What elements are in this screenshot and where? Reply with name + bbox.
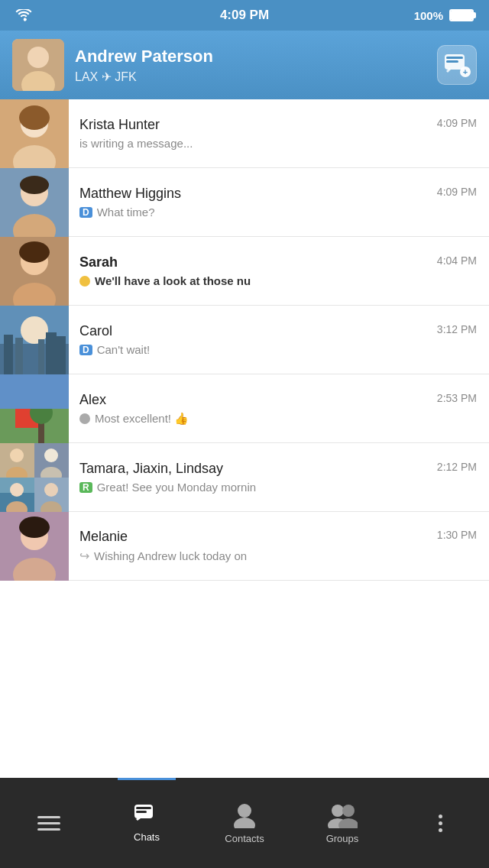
chat-name-carol: Carol bbox=[79, 323, 112, 339]
header: Andrew Paterson LAX ✈ JFK + bbox=[0, 31, 489, 99]
svg-point-55 bbox=[238, 804, 251, 818]
compose-button[interactable]: + bbox=[437, 45, 477, 85]
svg-point-11 bbox=[19, 105, 50, 130]
msg-status-r: R bbox=[79, 482, 92, 493]
chat-preview-text-alex: Most excellent! 👍 bbox=[95, 412, 189, 426]
chat-name-matthew: Matthew Higgins bbox=[79, 186, 181, 202]
svg-point-1 bbox=[28, 47, 49, 68]
chat-preview-group: R Great! See you Monday mornin bbox=[79, 481, 477, 494]
chat-item[interactable]: Tamara, Jiaxin, Lindsay 2:12 PM R Great!… bbox=[0, 443, 489, 512]
chat-time-melanie: 1:30 PM bbox=[437, 529, 477, 541]
nav-label-groups: Groups bbox=[326, 833, 359, 844]
chat-top: Alex 2:53 PM bbox=[79, 392, 477, 408]
chat-name-group: Tamara, Jiaxin, Lindsay bbox=[79, 461, 223, 477]
chat-content-group: Tamara, Jiaxin, Lindsay 2:12 PM R Great!… bbox=[69, 452, 489, 503]
chat-top: Carol 3:12 PM bbox=[79, 323, 477, 339]
avatar-matthew bbox=[0, 168, 69, 237]
svg-rect-25 bbox=[46, 332, 57, 374]
wifi-icon bbox=[15, 9, 32, 21]
chat-item[interactable]: Melanie 1:30 PM ↪ Wishing Andrew luck to… bbox=[0, 512, 489, 581]
nav-item-chats[interactable]: Chats bbox=[98, 778, 196, 868]
chat-item[interactable]: Krista Hunter 4:09 PM is writing a messa… bbox=[0, 99, 489, 168]
nav-item-contacts[interactable]: Contacts bbox=[196, 778, 293, 868]
chat-top: Tamara, Jiaxin, Lindsay 2:12 PM bbox=[79, 461, 477, 477]
header-status: LAX ✈ JFK bbox=[75, 70, 426, 84]
msg-status-forward: ↪ bbox=[79, 549, 89, 563]
chat-preview-matthew: D What time? bbox=[79, 206, 477, 219]
header-username: Andrew Paterson bbox=[75, 47, 426, 66]
avatar-krista bbox=[0, 99, 69, 168]
svg-text:+: + bbox=[463, 67, 468, 76]
hamburger-icon bbox=[34, 813, 63, 834]
bottom-nav: Chats Contacts Groups bbox=[0, 778, 489, 868]
chat-preview-text-carol: Can't wait! bbox=[97, 343, 151, 356]
chat-name-krista: Krista Hunter bbox=[79, 117, 160, 133]
chat-time-krista: 4:09 PM bbox=[437, 117, 477, 129]
chat-preview-text-group: Great! See you Monday mornin bbox=[97, 481, 256, 494]
chat-item[interactable]: Matthew Higgins 4:09 PM D What time? bbox=[0, 168, 489, 237]
chat-preview-sarah: We'll have a look at those nu bbox=[79, 274, 477, 287]
svg-point-39 bbox=[44, 449, 58, 462]
chat-time-matthew: 4:09 PM bbox=[437, 186, 477, 198]
chat-content-melanie: Melanie 1:30 PM ↪ Wishing Andrew luck to… bbox=[69, 520, 489, 572]
chat-content-krista: Krista Hunter 4:09 PM is writing a messa… bbox=[69, 108, 489, 159]
svg-point-59 bbox=[342, 805, 355, 817]
nav-item-groups[interactable]: Groups bbox=[293, 778, 391, 868]
status-bar-right: 100% bbox=[414, 9, 474, 22]
msg-status-d: D bbox=[79, 207, 92, 218]
chat-preview-text-krista: is writing a message... bbox=[79, 137, 193, 150]
bbm-chats-icon bbox=[134, 804, 160, 827]
chat-list: Krista Hunter 4:09 PM is writing a messa… bbox=[0, 99, 489, 778]
battery-percentage: 100% bbox=[414, 9, 443, 22]
svg-point-51 bbox=[19, 517, 50, 538]
svg-point-43 bbox=[10, 483, 24, 497]
chat-top: Matthew Higgins 4:09 PM bbox=[79, 186, 477, 202]
chat-preview-melanie: ↪ Wishing Andrew luck today on bbox=[79, 549, 477, 563]
svg-rect-5 bbox=[446, 60, 458, 63]
chat-name-melanie: Melanie bbox=[79, 529, 128, 545]
chat-preview-text-melanie: Wishing Andrew luck today on bbox=[94, 549, 247, 562]
chat-top: Melanie 1:30 PM bbox=[79, 529, 477, 545]
more-dots-icon bbox=[439, 815, 442, 832]
svg-rect-24 bbox=[15, 338, 23, 374]
avatar-alex bbox=[0, 374, 69, 443]
header-avatar bbox=[12, 39, 64, 91]
svg-rect-23 bbox=[4, 335, 13, 374]
chat-content-carol: Carol 3:12 PM D Can't wait! bbox=[69, 314, 489, 365]
svg-point-19 bbox=[19, 241, 50, 263]
status-bar-time: 4:09 PM bbox=[220, 8, 269, 23]
contacts-icon bbox=[233, 802, 256, 828]
avatar-carol bbox=[0, 306, 69, 374]
status-dot-gray bbox=[79, 413, 90, 424]
chat-content-sarah: Sarah 4:04 PM We'll have a look at those… bbox=[69, 245, 489, 296]
chat-top: Sarah 4:04 PM bbox=[79, 254, 477, 270]
chat-item[interactable]: Sarah 4:04 PM We'll have a look at those… bbox=[0, 237, 489, 306]
svg-rect-54 bbox=[136, 811, 147, 813]
chat-content-matthew: Matthew Higgins 4:09 PM D What time? bbox=[69, 177, 489, 228]
chat-top: Krista Hunter 4:09 PM bbox=[79, 117, 477, 133]
chat-item[interactable]: Carol 3:12 PM D Can't wait! bbox=[0, 306, 489, 374]
chat-time-group: 2:12 PM bbox=[437, 461, 477, 473]
chat-preview-krista: is writing a message... bbox=[79, 137, 477, 150]
chat-preview-carol: D Can't wait! bbox=[79, 343, 477, 356]
chat-preview-text-sarah: We'll have a look at those nu bbox=[95, 274, 251, 287]
chat-preview-text-matthew: What time? bbox=[97, 206, 155, 219]
avatar-melanie bbox=[0, 512, 69, 581]
chat-name-sarah: Sarah bbox=[79, 254, 118, 270]
groups-icon bbox=[327, 802, 358, 828]
nav-item-more[interactable] bbox=[391, 778, 489, 868]
svg-rect-27 bbox=[57, 336, 66, 374]
avatar-sarah bbox=[0, 237, 69, 306]
svg-point-56 bbox=[234, 818, 255, 828]
chat-time-carol: 3:12 PM bbox=[437, 323, 477, 335]
chat-time-alex: 2:53 PM bbox=[437, 392, 477, 404]
chat-time-sarah: 4:04 PM bbox=[437, 254, 477, 267]
avatar-group bbox=[0, 443, 69, 512]
battery-icon bbox=[449, 9, 474, 21]
nav-item-menu[interactable] bbox=[0, 778, 98, 868]
chat-item[interactable]: Alex 2:53 PM Most excellent! 👍 bbox=[0, 374, 489, 443]
svg-point-15 bbox=[20, 176, 49, 194]
msg-status-d-carol: D bbox=[79, 345, 92, 355]
chat-preview-alex: Most excellent! 👍 bbox=[79, 412, 477, 426]
nav-label-contacts: Contacts bbox=[225, 833, 264, 844]
